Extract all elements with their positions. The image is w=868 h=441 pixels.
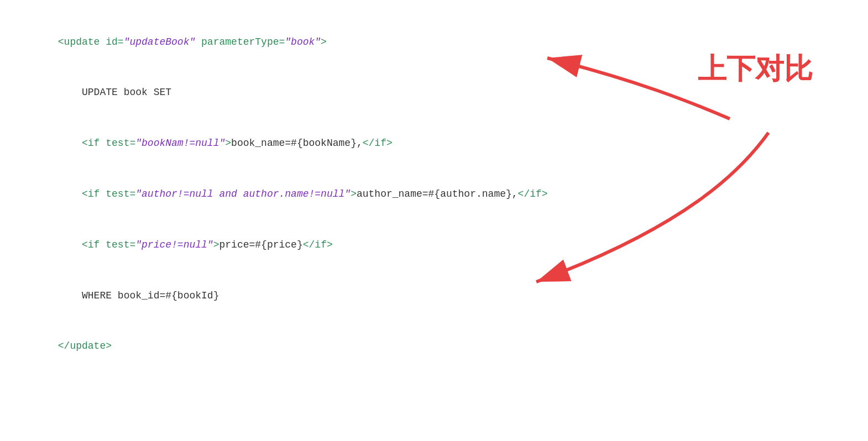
top-line-7: </update> <box>22 321 846 372</box>
sql-col-2: author_name=#{author.name}, <box>357 188 518 200</box>
top-line-4: <if test="author!=null and author.name!=… <box>22 169 846 219</box>
if-tag-2: <if <box>58 188 106 200</box>
if-end-1: </if> <box>363 138 393 149</box>
if-tag-1: <if <box>58 138 106 149</box>
attr-id-value: "updateBook" <box>124 36 196 48</box>
if-close-2: > <box>351 188 357 200</box>
sql-update: UPDATE book SET <box>58 87 171 98</box>
bottom-line-1: <update id="updateBook" parameterType="b… <box>22 427 846 441</box>
section-divider-2 <box>22 410 846 427</box>
attr-param-name: parameterType= <box>195 36 285 48</box>
sql-col-3: price=#{price} <box>219 239 303 250</box>
if-test-name-2: test= <box>106 188 135 200</box>
if-test-val-3: "price!=null" <box>135 239 213 250</box>
top-line-6: WHERE book_id=#{bookId} <box>22 270 846 321</box>
if-test-name-1: test= <box>106 138 135 149</box>
sql-col-1: book_name=#{bookName}, <box>231 138 363 149</box>
if-test-name-3: test= <box>106 239 135 250</box>
attr-param-value: "book" <box>285 36 321 48</box>
top-line-5: <if test="price!=null">price=#{price}</i… <box>22 219 846 270</box>
annotation-label: 上下对比 <box>698 50 813 88</box>
attr-id-name: id= <box>106 36 123 48</box>
if-close-1: > <box>225 138 231 149</box>
if-test-val-2: "author!=null and author.name!=null" <box>135 188 351 200</box>
tag-open: <update <box>58 36 106 48</box>
top-line-3: <if test="bookNam!=null">book_name=#{boo… <box>22 118 846 169</box>
if-end-2: </if> <box>518 188 548 200</box>
if-tag-3: <if <box>58 239 106 250</box>
if-close-3: > <box>213 239 219 250</box>
tag-close-angle: > <box>321 36 327 48</box>
update-end-tag: </update> <box>58 340 112 351</box>
if-end-3: </if> <box>303 239 333 250</box>
sql-where: WHERE book_id=#{bookId} <box>58 290 219 301</box>
bottom-code-block: <update id="updateBook" parameterType="b… <box>22 427 846 441</box>
if-test-val-1: "bookNam!=null" <box>135 138 225 149</box>
section-divider <box>22 393 846 410</box>
